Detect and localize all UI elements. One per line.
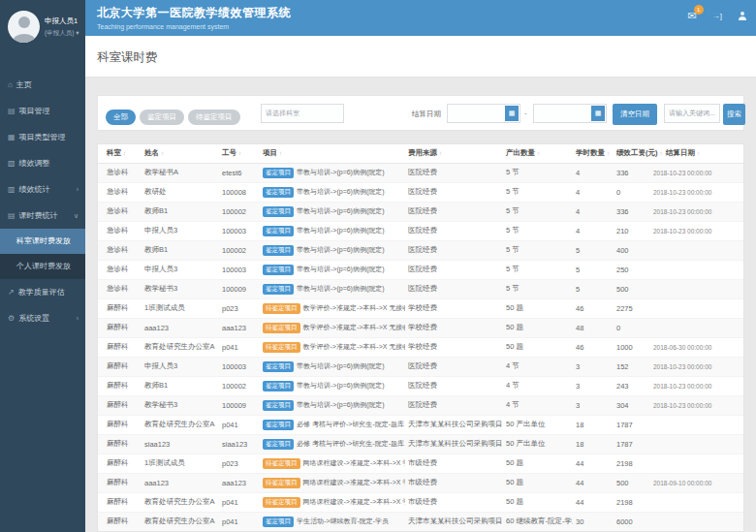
sidebar-item[interactable]: ▦项目类型管理: [0, 124, 85, 150]
dept-cell: 麻醉科: [98, 395, 142, 415]
column-header[interactable]: 绩效工资(元)↕: [614, 144, 652, 163]
source-cell: 天津市某某科技公司采购项目: [405, 512, 503, 531]
id-cell: 100003: [219, 357, 260, 376]
source-cell: 学校经费: [405, 337, 503, 357]
hours-cell: 3: [573, 357, 614, 376]
date-cell: [652, 415, 744, 434]
search-button[interactable]: 搜索: [723, 104, 745, 125]
project-cell: 待鉴定项目教学评价->准规定->本科->X 无接收人: [260, 298, 405, 318]
column-header[interactable]: 科室↕: [98, 144, 142, 163]
clear-date-button[interactable]: 清空日期: [613, 104, 657, 125]
column-header[interactable]: 姓名↕: [142, 144, 219, 163]
pay-cell: 0: [614, 318, 652, 337]
pay-cell: 500: [614, 473, 652, 492]
name-cell: 教学秘书3: [142, 279, 219, 298]
output-cell: 5 节: [503, 163, 573, 182]
gear-icon: ⚙: [8, 314, 15, 323]
filter-pill[interactable]: 待鉴定项目: [188, 110, 240, 125]
output-cell: 50 题: [503, 318, 573, 337]
sidebar-item[interactable]: ▤课时费统计∨: [0, 203, 85, 229]
date-cell: [652, 298, 744, 318]
output-cell: 50 题: [503, 492, 573, 512]
id-cell: 100002: [219, 240, 260, 260]
department-select[interactable]: 请选择科室: [261, 104, 344, 123]
source-cell: 医院经费: [405, 376, 503, 395]
name-cell: 教师B1: [142, 376, 219, 395]
messages-icon[interactable]: ✉1: [688, 11, 697, 21]
project-cell: 鉴定项目带教与培训->(p=6)病例(院定): [260, 357, 405, 376]
dept-cell: 麻醉科: [98, 357, 142, 376]
date-start-input[interactable]: ▦: [447, 104, 520, 123]
id-cell: siaa123: [219, 434, 260, 454]
dept-cell: 急诊科: [98, 260, 142, 279]
id-cell: 100002: [219, 202, 260, 221]
project-cell: 待鉴定项目网络课程建设->准规定->本科->X 学员: [260, 454, 405, 473]
logout-icon[interactable]: →]: [712, 12, 722, 20]
dept-cell: 急诊科: [98, 279, 142, 298]
pay-cell: 336: [614, 202, 652, 221]
project-cell: 待鉴定项目教学评价->准规定->本科->X 无接收人: [260, 337, 405, 357]
sidebar-item[interactable]: ▤项目管理: [0, 98, 85, 124]
user-icon[interactable]: [738, 12, 746, 20]
id-cell: 100002: [219, 376, 260, 395]
filter-panel: 全部鉴定项目待鉴定项目 请选择科室 结算日期 ▦ - ▦ 清空日期 请输入关键词…: [97, 95, 744, 131]
filter-pill[interactable]: 鉴定项目: [140, 110, 184, 125]
filter-pill[interactable]: 全部: [106, 110, 136, 125]
pay-cell: 152: [614, 357, 652, 376]
date-cell: 2018-10-23 00:00:00: [652, 163, 744, 182]
id-cell: aaa123: [219, 318, 260, 337]
pay-cell: 2198: [614, 492, 652, 512]
sort-icon: ↕: [238, 150, 241, 156]
project-icon: ▤: [8, 107, 16, 115]
column-header[interactable]: 结算日期↕: [652, 144, 744, 163]
project-badge: 鉴定项目: [263, 168, 294, 178]
name-cell: siaa123: [142, 434, 219, 454]
name-cell: 教研处: [142, 182, 219, 202]
column-header[interactable]: 费用来源↕: [405, 144, 503, 163]
hours-cell: 4: [573, 182, 614, 202]
id-cell: 100003: [219, 221, 260, 240]
sidebar-item[interactable]: ▧绩效调整: [0, 150, 85, 176]
date-end-input[interactable]: ▦: [533, 104, 607, 123]
pay-cell: 6000: [614, 512, 652, 531]
date-cell: 2018-10-23 00:00:00: [652, 202, 744, 221]
project-badge: 鉴定项目: [263, 420, 294, 430]
project-badge: 鉴定项目: [263, 187, 294, 198]
table-row: 麻醉科申报人员3100003鉴定项目带教与培训->(p=6)病例(院定)医院经费…: [98, 357, 744, 376]
output-cell: 4 节: [503, 357, 573, 376]
hours-cell: 48: [573, 318, 614, 337]
source-cell: 市级经费: [405, 454, 503, 473]
id-cell: 100009: [219, 279, 260, 298]
column-header[interactable]: 学时数量↕: [573, 144, 614, 163]
project-cell: 鉴定项目带教与培训->(p=6)病例(院定): [260, 221, 405, 240]
name-cell: 教学秘书A: [142, 163, 219, 182]
project-badge: 鉴定项目: [263, 206, 294, 217]
output-cell: 50 题: [503, 298, 573, 318]
project-badge: 鉴定项目: [263, 226, 294, 236]
hours-cell: 5: [573, 240, 614, 260]
project-cell: 待鉴定项目教学评价->准规定->本科->X 无接收人: [260, 318, 405, 337]
dept-cell: 急诊科: [98, 221, 142, 240]
source-cell: 学校经费: [405, 298, 503, 318]
sidebar-item[interactable]: ⌂主页: [0, 72, 85, 98]
column-header[interactable]: 产出数量↕: [503, 144, 573, 163]
dept-cell: 麻醉科: [98, 415, 142, 434]
pay-cell: 2275: [614, 298, 652, 318]
quality-icon: ↗: [8, 288, 15, 297]
user-role[interactable]: (申报人员) ▾: [45, 29, 79, 38]
sidebar-subitem[interactable]: 科室课时费发放: [0, 229, 85, 254]
calendar-icon[interactable]: ▦: [591, 106, 605, 121]
sidebar-nav: ⌂主页▤项目管理▦项目类型管理▧绩效调整▥绩效统计›▤课时费统计∨科室课时费发放…: [0, 72, 85, 331]
source-cell: 市级经费: [405, 492, 503, 512]
output-cell: 5 节: [503, 221, 573, 240]
keyword-input[interactable]: 请输入关键词...: [664, 104, 720, 123]
column-header[interactable]: 工号↕: [219, 144, 260, 163]
sidebar-subitem[interactable]: 个人课时费发放: [0, 254, 85, 279]
sidebar-item[interactable]: ⚙系统设置›: [0, 305, 85, 331]
column-header[interactable]: 项目↕: [260, 144, 405, 163]
hours-cell: 5: [573, 279, 614, 298]
sidebar-item[interactable]: ↗教学质量评估: [0, 279, 85, 305]
calendar-icon[interactable]: ▦: [505, 106, 519, 121]
sidebar-item[interactable]: ▥绩效统计›: [0, 176, 85, 203]
source-cell: 市级经费: [405, 473, 503, 492]
